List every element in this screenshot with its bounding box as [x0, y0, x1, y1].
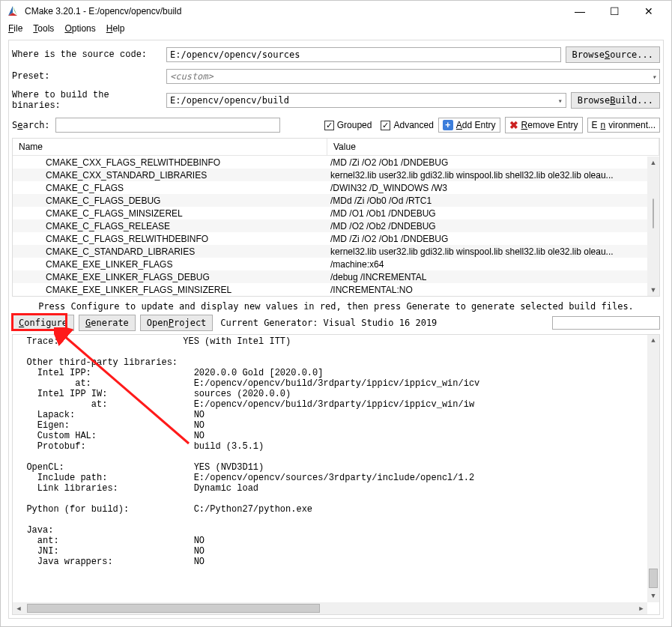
hint-text: Press Configure to update and display ne… [12, 301, 660, 312]
cache-variable-name: CMAKE_C_FLAGS_RELWITHDEBINFO [13, 234, 327, 244]
cache-variable-value[interactable]: kernel32.lib user32.lib gdi32.lib winspo… [327, 170, 659, 181]
scroll-right-icon[interactable]: ▶ [635, 602, 647, 614]
cache-variable-value[interactable]: /MDd /Zi /Ob0 /Od /RTC1 [327, 196, 659, 206]
remove-entry-button[interactable]: ✖ Remove Entry [505, 117, 583, 133]
cache-variable-value[interactable]: /INCREMENTAL:NO [327, 285, 659, 295]
build-label: Where to build the binaries: [12, 90, 162, 111]
chevron-down-icon: ▾ [558, 97, 563, 105]
cache-variable-name: CMAKE_CXX_STANDARD_LIBRARIES [13, 170, 327, 181]
table-row[interactable]: CMAKE_C_FLAGS_RELWITHDEBINFO/MD /Zi /O2 … [13, 232, 659, 245]
scrollbar-thumb[interactable] [649, 569, 658, 588]
scroll-down-icon[interactable]: ▼ [647, 590, 659, 602]
title-bar[interactable]: CMake 3.20.1 - E:/opencv/opencv/build — … [1, 1, 671, 20]
build-value: E:/opencv/opencv/build [170, 95, 289, 106]
search-row: Search: ✓ Grouped ✓ Advanced + Add Entry… [12, 117, 660, 133]
menu-help[interactable]: Help [106, 23, 125, 34]
window-controls: — ☐ ✕ [569, 5, 665, 17]
cache-variable-name: CMAKE_C_FLAGS_DEBUG [13, 196, 327, 206]
check-icon: ✓ [324, 121, 334, 130]
cache-variable-name: CMAKE_EXE_LINKER_FLAGS_DEBUG [13, 272, 327, 282]
column-name[interactable]: Name [13, 139, 327, 155]
cache-variable-value[interactable]: kernel32.lib user32.lib gdi32.lib winspo… [327, 246, 659, 257]
content-area: Where is the source code: Browse Source.… [8, 40, 664, 619]
generator-status: Current Generator: Visual Studio 16 2019 [220, 318, 437, 328]
source-input[interactable] [166, 47, 561, 62]
list-body[interactable]: CMAKE_CXX_FLAGS_RELWITHDEBINFO/MD /Zi /O… [13, 156, 659, 296]
table-row[interactable]: CMAKE_C_FLAGS/DWIN32 /D_WINDOWS /W3 [13, 181, 659, 194]
cache-variable-value[interactable]: /MD /O2 /Ob2 /DNDEBUG [327, 221, 659, 231]
cache-variable-name: CMAKE_C_STANDARD_LIBRARIES [13, 246, 327, 257]
menu-bar: File Tools Options Help [1, 20, 671, 40]
grouped-checkbox[interactable]: ✓ Grouped [324, 120, 372, 130]
progress-bar [552, 316, 660, 330]
maximize-icon[interactable]: ☐ [604, 5, 625, 17]
cache-variable-value[interactable]: /debug /INCREMENTAL [327, 272, 659, 282]
table-row[interactable]: CMAKE_C_FLAGS_MINSIZEREL/MD /O1 /Ob1 /DN… [13, 207, 659, 219]
chevron-down-icon: ▾ [652, 73, 656, 81]
check-icon: ✓ [381, 121, 390, 130]
source-row: Where is the source code: Browse Source.… [12, 46, 660, 63]
cache-variable-name: CMAKE_C_FLAGS [13, 183, 327, 193]
preset-row: Preset: <custom> ▾ [12, 69, 660, 84]
minimize-icon[interactable]: — [569, 5, 590, 17]
browse-build-button[interactable]: Browse Build... [571, 92, 660, 109]
cache-variable-name: CMAKE_EXE_LINKER_FLAGS [13, 259, 327, 270]
close-icon[interactable]: ✕ [638, 5, 659, 17]
generate-button[interactable]: Generate [79, 315, 136, 331]
cache-variable-value[interactable]: /machine:x64 [327, 259, 659, 270]
source-label: Where is the source code: [12, 49, 162, 60]
table-row[interactable]: CMAKE_C_FLAGS_RELEASE/MD /O2 /Ob2 /DNDEB… [13, 219, 659, 232]
output-vertical-scrollbar[interactable]: ▲ ▼ [647, 335, 659, 602]
plus-icon: + [443, 120, 453, 130]
cache-variable-value[interactable]: /MD /Zi /O2 /Ob1 /DNDEBUG [327, 234, 659, 244]
scrollbar-thumb[interactable] [653, 199, 654, 228]
configure-button[interactable]: Configure [12, 315, 74, 331]
table-row[interactable]: CMAKE_C_FLAGS_DEBUG/MDd /Zi /Ob0 /Od /RT… [13, 194, 659, 207]
open-project-button[interactable]: Open Project [140, 315, 214, 331]
preset-select[interactable]: <custom> ▾ [166, 69, 660, 84]
action-row: Configure Generate Open Project Current … [12, 315, 660, 331]
app-window: CMake 3.20.1 - E:/opencv/opencv/build — … [0, 0, 672, 627]
menu-options[interactable]: Options [64, 23, 95, 34]
build-row: Where to build the binaries: E:/opencv/o… [12, 90, 660, 111]
table-row[interactable]: CMAKE_CXX_STANDARD_LIBRARIESkernel32.lib… [13, 169, 659, 181]
scroll-left-icon[interactable]: ◀ [13, 602, 25, 614]
scroll-down-icon[interactable]: ▼ [647, 284, 659, 296]
vertical-scrollbar[interactable]: ▲ ▼ [647, 157, 659, 296]
cache-variable-value[interactable]: /DWIN32 /D_WINDOWS /W3 [327, 183, 659, 193]
window-title: CMake 3.20.1 - E:/opencv/opencv/build [25, 6, 569, 16]
menu-tools[interactable]: Tools [33, 23, 54, 34]
advanced-checkbox[interactable]: ✓ Advanced [381, 120, 433, 130]
preset-label: Preset: [12, 71, 162, 82]
cmake-logo-icon [7, 5, 19, 17]
search-input[interactable] [55, 118, 280, 133]
build-select[interactable]: E:/opencv/opencv/build ▾ [166, 93, 566, 108]
table-row[interactable]: CMAKE_C_STANDARD_LIBRARIESkernel32.lib u… [13, 245, 659, 258]
cache-variable-name: CMAKE_C_FLAGS_MINSIZEREL [13, 208, 327, 219]
scroll-up-icon[interactable]: ▲ [647, 335, 659, 347]
scroll-up-icon[interactable]: ▲ [647, 157, 659, 169]
output-panel[interactable]: Trace: YES (with Intel ITT) Other third-… [12, 334, 660, 615]
cache-list: Name Value CMAKE_CXX_FLAGS_RELWITHDEBINF… [12, 138, 660, 297]
table-row[interactable]: CMAKE_EXE_LINKER_FLAGS_MINSIZEREL/INCREM… [13, 283, 659, 296]
menu-file[interactable]: File [8, 23, 22, 34]
column-value[interactable]: Value [327, 139, 659, 155]
table-row[interactable]: CMAKE_EXE_LINKER_FLAGS_DEBUG/debug /INCR… [13, 270, 659, 283]
cache-variable-name: CMAKE_C_FLAGS_RELEASE [13, 221, 327, 231]
output-text: Trace: YES (with Intel ITT) Other third-… [16, 336, 479, 567]
search-label: Search: [12, 120, 51, 130]
cross-icon: ✖ [509, 119, 518, 131]
table-row[interactable]: CMAKE_EXE_LINKER_FLAGS/machine:x64 [13, 258, 659, 270]
scrollbar-thumb[interactable] [27, 604, 320, 613]
cache-variable-name: CMAKE_CXX_FLAGS_RELWITHDEBINFO [13, 157, 327, 168]
browse-source-button[interactable]: Browse Source... [566, 46, 660, 63]
list-header: Name Value [13, 139, 659, 156]
preset-value: <custom> [170, 71, 214, 82]
cache-variable-name: CMAKE_EXE_LINKER_FLAGS_MINSIZEREL [13, 285, 327, 295]
environment-button[interactable]: Environment... [587, 118, 660, 133]
table-row[interactable]: CMAKE_CXX_FLAGS_RELWITHDEBINFO/MD /Zi /O… [13, 156, 659, 169]
cache-variable-value[interactable]: /MD /O1 /Ob1 /DNDEBUG [327, 208, 659, 219]
add-entry-button[interactable]: + Add Entry [438, 118, 500, 133]
output-horizontal-scrollbar[interactable]: ◀ ▶ [13, 602, 647, 614]
cache-variable-value[interactable]: /MD /Zi /O2 /Ob1 /DNDEBUG [327, 157, 659, 168]
